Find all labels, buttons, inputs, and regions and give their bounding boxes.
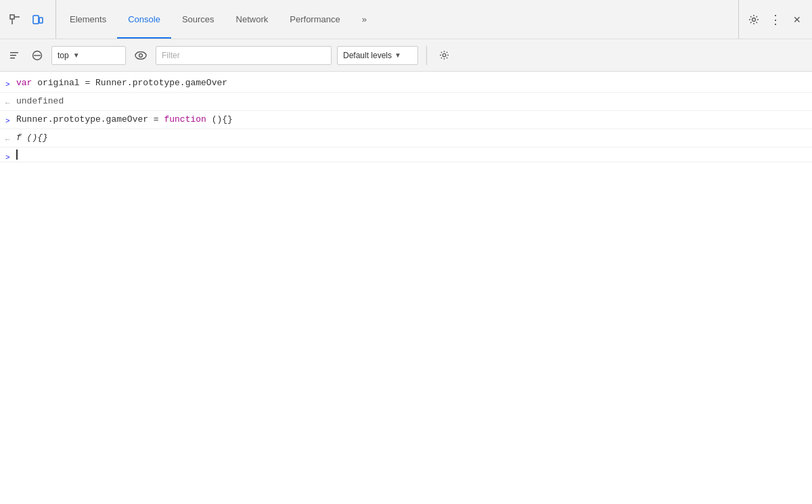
inspect-icon[interactable] (5, 10, 24, 29)
console-settings-icon[interactable] (435, 47, 453, 64)
log-levels-selector[interactable]: Default levels ▼ (337, 46, 418, 65)
svg-rect-6 (10, 52, 18, 53)
svg-point-11 (135, 51, 146, 59)
tab-bar-right-icons: ⋮ ✕ (738, 0, 807, 39)
device-toggle-icon[interactable] (28, 10, 47, 29)
cursor-blink (16, 150, 18, 160)
console-line-5[interactable]: > (0, 147, 812, 162)
tab-bar-left-icons (5, 0, 56, 39)
console-line-1: > var original = Runner.prototype.gameOv… (0, 74, 812, 93)
output-arrow-4: ← (5, 133, 10, 146)
console-line-4: ← f (){} (0, 129, 812, 147)
context-selector-arrow: ▼ (73, 51, 80, 59)
levels-arrow-icon: ▼ (394, 51, 401, 59)
context-selector[interactable]: top ▼ (51, 46, 126, 65)
svg-rect-0 (10, 15, 14, 19)
svg-rect-8 (10, 58, 15, 59)
svg-rect-7 (10, 55, 16, 56)
svg-rect-4 (39, 18, 43, 23)
console-line-2: ← undefined (0, 93, 812, 111)
input-arrow-3: > (5, 114, 10, 128)
toolbar-separator (426, 46, 427, 65)
tab-more[interactable]: » (351, 0, 378, 39)
svg-point-13 (443, 53, 446, 57)
console-line-3: > Runner.prototype.gameOver = function (… (0, 111, 812, 129)
console-toolbar: top ▼ Default levels ▼ (0, 39, 812, 72)
eye-icon[interactable] (131, 46, 150, 65)
input-arrow-5: > (5, 151, 10, 164)
no-entry-icon[interactable] (28, 47, 46, 64)
tab-performance[interactable]: Performance (279, 0, 351, 39)
clear-console-icon[interactable] (5, 47, 23, 64)
svg-point-12 (139, 53, 143, 57)
output-arrow-2: ← (5, 96, 10, 110)
tab-network[interactable]: Network (225, 0, 279, 39)
svg-point-5 (752, 18, 756, 21)
settings-icon[interactable] (744, 10, 763, 29)
filter-input[interactable] (156, 46, 332, 65)
console-output: > var original = Runner.prototype.gameOv… (0, 72, 812, 504)
tab-bar: Elements Console Sources Network Perform… (0, 0, 812, 39)
tab-sources[interactable]: Sources (171, 0, 225, 39)
tab-elements[interactable]: Elements (59, 0, 117, 39)
svg-rect-3 (33, 16, 39, 24)
tab-console[interactable]: Console (117, 0, 171, 39)
input-arrow-1: > (5, 78, 10, 91)
devtools-window: Elements Console Sources Network Perform… (0, 0, 812, 504)
close-icon[interactable]: ✕ (788, 10, 807, 29)
customize-icon[interactable]: ⋮ (766, 10, 785, 29)
